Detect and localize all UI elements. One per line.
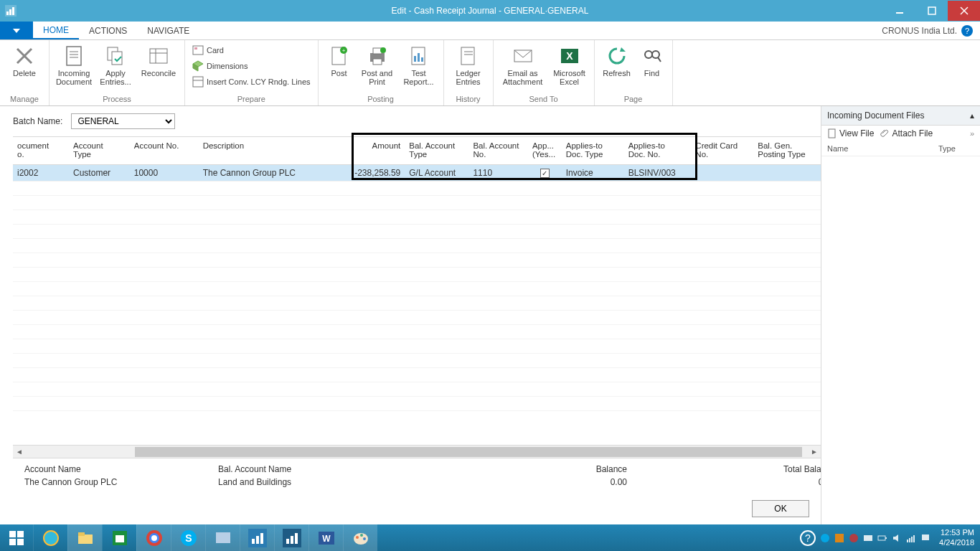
col-bal-type[interactable]: Bal. Account Type [405, 137, 468, 164]
taskbar-explorer[interactable] [67, 524, 102, 551]
taskbar-clock[interactable]: 12:53 PM 4/24/2018 [933, 524, 980, 551]
empty-row[interactable] [13, 396, 821, 410]
empty-row[interactable] [13, 238, 821, 253]
empty-row[interactable] [13, 209, 821, 224]
taskbar-nav[interactable] [240, 524, 274, 551]
tray-icon[interactable] [863, 533, 873, 543]
empty-row[interactable] [13, 367, 821, 382]
checkbox-icon[interactable]: ✓ [540, 169, 550, 178]
taskbar-ie[interactable] [33, 524, 67, 551]
col-bal-no[interactable]: Bal. Account No. [468, 137, 527, 164]
col-applies-no[interactable]: Applies-to Doc. No. [624, 137, 692, 164]
col-bal-posting[interactable]: Bal. Gen. Posting Type [753, 137, 821, 164]
post-print-button[interactable]: Post and Print [357, 42, 397, 86]
cell-amount[interactable]: -238,258.59 [347, 164, 405, 181]
empty-row[interactable] [13, 324, 821, 339]
empty-row[interactable] [13, 253, 821, 267]
incoming-document-button[interactable]: Incoming Document [54, 42, 94, 86]
col-applies-type[interactable]: Applies-to Doc. Type [562, 137, 624, 164]
help-icon[interactable]: ? [961, 25, 973, 37]
cell-cc-no[interactable] [691, 164, 753, 181]
empty-row[interactable] [13, 339, 821, 353]
maximize-button[interactable] [915, 1, 948, 21]
empty-row[interactable] [13, 382, 821, 396]
col-name[interactable]: Name [827, 144, 938, 153]
taskbar-chrome[interactable] [136, 524, 171, 551]
find-button[interactable]: Find [636, 42, 668, 77]
cell-acct-no[interactable]: 10000 [130, 164, 199, 181]
ok-button[interactable]: OK [752, 500, 809, 517]
cell-applies-no[interactable]: BLSINV/003 [624, 164, 692, 181]
attach-file-button[interactable]: Attach File [880, 128, 933, 138]
scroll-left-icon[interactable]: ◄ [13, 448, 26, 456]
col-doc-no[interactable]: ocument o. [13, 137, 69, 164]
close-button[interactable] [948, 1, 980, 21]
delete-button[interactable]: Delete [4, 42, 44, 77]
empty-row[interactable] [13, 296, 821, 310]
insert-conv-button[interactable]: Insert Conv. LCY Rndg. Lines [189, 75, 314, 89]
empty-row[interactable] [13, 181, 821, 195]
tab-navigate[interactable]: NAVIGATE [137, 22, 199, 39]
col-description[interactable]: Description [199, 137, 347, 164]
cell-description[interactable]: The Cannon Group PLC [199, 164, 347, 181]
dimensions-button[interactable]: Dimensions [189, 59, 314, 73]
scroll-thumb[interactable] [135, 447, 802, 457]
horizontal-scrollbar[interactable]: ◄ ► [13, 445, 821, 458]
cell-doc-no[interactable]: i2002 [13, 164, 69, 181]
start-button[interactable] [0, 524, 33, 551]
volume-icon[interactable] [892, 533, 902, 543]
cell-bal-posting[interactable] [753, 164, 821, 181]
col-applied[interactable]: App... (Yes... [528, 137, 562, 164]
card-button[interactable]: Card [189, 43, 314, 57]
taskbar-store[interactable] [102, 524, 136, 551]
col-acct-type[interactable]: Account Type [69, 137, 130, 164]
view-file-button[interactable]: View File [827, 128, 874, 138]
tab-actions[interactable]: ACTIONS [79, 22, 137, 39]
network-icon[interactable] [906, 533, 916, 543]
tray-icon[interactable] [820, 533, 830, 543]
col-amount[interactable]: Amount [347, 137, 405, 164]
cell-applied[interactable]: ✓ [528, 164, 562, 181]
help-tray-icon[interactable]: ? [800, 530, 816, 546]
post-button[interactable]: + Post [323, 42, 356, 77]
refresh-button[interactable]: Refresh [599, 42, 635, 77]
battery-icon[interactable] [877, 533, 887, 543]
expand-icon[interactable]: » [970, 129, 974, 138]
taskbar-app1[interactable] [205, 524, 240, 551]
empty-row[interactable] [13, 224, 821, 238]
excel-button[interactable]: X Microsoft Excel [550, 42, 590, 86]
table-row[interactable]: i2002 Customer 10000 The Cannon Group PL… [13, 164, 821, 181]
empty-row[interactable] [13, 353, 821, 367]
ledger-entries-button[interactable]: Ledger Entries [448, 42, 489, 86]
tray-icon[interactable] [834, 533, 844, 543]
empty-row[interactable] [13, 281, 821, 296]
col-type[interactable]: Type [938, 144, 974, 153]
cell-acct-type[interactable]: Customer [69, 164, 130, 181]
taskbar-paint[interactable] [343, 524, 377, 551]
reconcile-button[interactable]: Reconcile [137, 42, 180, 77]
collapse-icon[interactable]: ▴ [970, 110, 974, 121]
col-cc-no[interactable]: Credit Card No. [691, 137, 753, 164]
empty-row[interactable] [13, 195, 821, 209]
taskbar-word[interactable]: W [308, 524, 343, 551]
pane-header[interactable]: Incoming Document Files ▴ [821, 106, 980, 126]
cell-bal-no[interactable]: 1110 [468, 164, 527, 181]
file-tab[interactable] [0, 22, 33, 39]
empty-row[interactable] [13, 267, 821, 281]
tray-icon[interactable] [849, 533, 859, 543]
flag-icon[interactable] [920, 533, 930, 543]
scroll-right-icon[interactable]: ► [808, 448, 821, 456]
test-report-button[interactable]: Test Report... [399, 42, 439, 86]
journal-grid[interactable]: ocument o. Account Type Account No. Desc… [13, 137, 821, 411]
taskbar-skype[interactable]: S [171, 524, 205, 551]
col-acct-no[interactable]: Account No. [130, 137, 199, 164]
batch-select[interactable]: GENERAL [71, 113, 175, 129]
tab-home[interactable]: HOME [33, 22, 79, 39]
apply-entries-button[interactable]: Apply Entries... [95, 42, 136, 86]
minimize-button[interactable] [883, 1, 915, 21]
taskbar-nav2[interactable] [274, 524, 308, 551]
system-tray[interactable]: ? [797, 524, 933, 551]
cell-bal-type[interactable]: G/L Account [405, 164, 468, 181]
empty-row[interactable] [13, 310, 821, 324]
cell-applies-type[interactable]: Invoice [562, 164, 624, 181]
